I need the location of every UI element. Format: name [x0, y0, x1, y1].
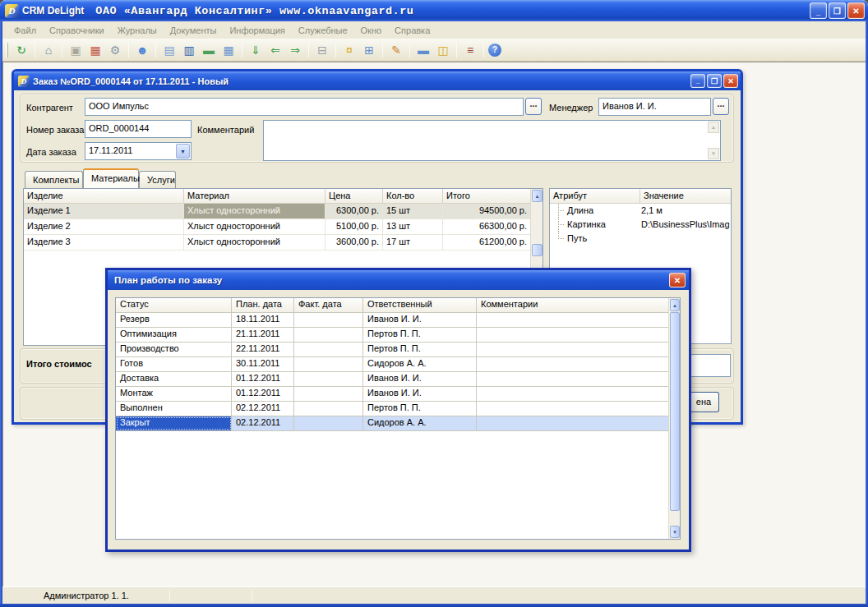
manager-field[interactable]: Иванов И. И.: [598, 98, 711, 116]
column-header[interactable]: Ответственный: [363, 298, 477, 312]
document-receive-icon[interactable]: ⇓: [247, 41, 265, 58]
payments-icon[interactable]: ▬: [200, 41, 218, 58]
cell-responsible: Пертов П. П.: [363, 343, 477, 356]
cell-responsible: Иванов И. И.: [363, 313, 477, 327]
table-row[interactable]: Доставка 01.12.2011 Иванов И. И.: [116, 372, 668, 387]
table-row[interactable]: Резерв 18.11.2011 Иванов И. И.: [116, 313, 668, 328]
scroll-thumb[interactable]: [532, 244, 542, 256]
copy-documents-icon[interactable]: ▤: [160, 41, 178, 58]
maximize-button[interactable]: ❒: [829, 2, 846, 19]
order-minimize-button[interactable]: _: [690, 74, 705, 88]
table-row[interactable]: Изделие 3 Хлыст односторонний 3600,00 р.…: [24, 235, 530, 251]
cell-fact-date: [294, 372, 363, 386]
menu-item-window[interactable]: Окно: [354, 24, 389, 37]
cell-comment: [477, 343, 668, 356]
column-header[interactable]: Атрибут: [550, 189, 640, 203]
plan-dialog: План работы по заказу ✕ Статус План. дат…: [105, 268, 691, 552]
help-icon[interactable]: ?: [488, 44, 501, 57]
cancel-button[interactable]: ена: [689, 392, 719, 412]
cell-status: Оптимизация: [116, 328, 232, 342]
comment-scroll-down-icon[interactable]: ▼: [708, 148, 719, 159]
refresh-icon[interactable]: ↻: [12, 41, 30, 58]
table-row[interactable]: Готов 30.11.2011 Сидоров А. А.: [116, 357, 668, 372]
comment-scroll-up-icon[interactable]: ▲: [708, 122, 719, 133]
table-row[interactable]: Изделие 1 Хлыст односторонний 6300,00 р.…: [24, 204, 530, 219]
column-header[interactable]: Материал: [184, 189, 326, 203]
column-header[interactable]: План. дата: [232, 298, 294, 312]
manager-label: Менеджер: [549, 103, 593, 113]
contractor-field[interactable]: ООО Импульс: [85, 98, 524, 116]
minimize-button[interactable]: _: [810, 2, 827, 19]
attribute-row[interactable]: Картинка D:\BusinessPlus\Imag: [550, 218, 731, 232]
table-row[interactable]: Изделие 2 Хлыст односторонний 5100,00 р.…: [24, 219, 530, 235]
plan-scrollbar[interactable]: ▲ ▼: [668, 298, 681, 539]
plan-dialog-title: План работы по заказу: [114, 275, 222, 285]
document-return-icon[interactable]: ⇐: [266, 41, 284, 58]
table-row-selected[interactable]: Закрыт 02.12.2011 Сидоров А. А.: [116, 416, 668, 431]
menu-item-information[interactable]: Информация: [223, 24, 291, 37]
column-header[interactable]: Кол-во: [383, 189, 443, 203]
toolbar-separator: [35, 42, 35, 57]
plan-dialog-close-button[interactable]: ✕: [669, 273, 686, 287]
cell-fact-date: [294, 402, 363, 416]
scroll-up-icon[interactable]: ▲: [670, 299, 680, 311]
cell: Хлыст односторонний: [184, 204, 326, 218]
scroll-down-icon[interactable]: ▼: [670, 526, 680, 538]
menu-item-file[interactable]: Файл: [7, 24, 43, 37]
coins-icon[interactable]: ¤: [340, 41, 358, 58]
print-icon[interactable]: ▬: [414, 41, 432, 58]
scroll-thumb[interactable]: [670, 312, 680, 511]
order-number-field[interactable]: ORD_0000144: [85, 120, 192, 138]
attribute-row[interactable]: Длина 2,1 м: [550, 204, 731, 218]
column-header[interactable]: Значение: [640, 189, 687, 203]
user-edit-icon[interactable]: ✎: [387, 41, 405, 58]
order-date-combo[interactable]: 17.11.2011 ▼: [85, 142, 192, 160]
manager-browse-button[interactable]: ...: [713, 98, 729, 115]
products-icon[interactable]: ▣: [67, 41, 85, 58]
contractor-label: Контрагент: [26, 103, 73, 113]
column-header[interactable]: Цена: [326, 189, 383, 203]
tab-uslugi[interactable]: Услуги: [139, 171, 176, 188]
order-window-icon: D: [18, 76, 30, 87]
menu-item-service[interactable]: Служебные: [292, 24, 354, 37]
table-row[interactable]: Оптимизация 21.11.2011 Пертов П. П.: [116, 328, 668, 343]
document-send-icon[interactable]: ⇒: [286, 41, 304, 58]
table-row[interactable]: Выполнен 02.12.2011 Пертов П. П.: [116, 402, 668, 416]
toolbar-separator: [483, 42, 484, 57]
menu-item-references[interactable]: Справочники: [43, 24, 111, 37]
cell-responsible: Сидоров А. А.: [363, 416, 477, 430]
column-header[interactable]: Комментарии: [477, 298, 668, 312]
column-header[interactable]: Статус: [116, 298, 232, 312]
attribute-row[interactable]: Путь: [550, 232, 731, 246]
table-row[interactable]: Производство 22.11.2011 Пертов П. П.: [116, 343, 668, 357]
tab-materialy[interactable]: Материалы: [83, 168, 139, 188]
close-button[interactable]: ✕: [847, 2, 865, 19]
clients-icon[interactable]: ☻: [133, 41, 151, 58]
registry-icon[interactable]: ▦: [219, 41, 238, 58]
column-header[interactable]: Итого: [443, 189, 530, 203]
tools-icon[interactable]: ⚙: [106, 41, 124, 58]
order-maximize-button[interactable]: ❒: [707, 74, 722, 88]
menu-item-documents[interactable]: Документы: [164, 24, 224, 37]
new-window-icon[interactable]: ⊞: [360, 41, 378, 58]
comment-field[interactable]: [263, 120, 721, 161]
task-list-icon[interactable]: ≡: [461, 41, 479, 58]
tab-komplekty[interactable]: Комплекты: [25, 171, 83, 188]
cell-comment: [477, 402, 668, 416]
order-close-button[interactable]: ✕: [723, 74, 738, 88]
scroll-up-icon[interactable]: ▲: [532, 190, 542, 202]
column-header[interactable]: Изделие: [24, 189, 184, 203]
components-icon[interactable]: ▦: [86, 41, 104, 58]
table-row[interactable]: Монтаж 01.12.2011 Иванов И. И.: [116, 387, 668, 402]
contractor-browse-button[interactable]: ...: [525, 98, 542, 115]
status-bar: Администратор 1. 1.: [2, 586, 866, 604]
menu-item-journals[interactable]: Журналы: [111, 24, 164, 37]
toolbar-separator: [335, 42, 336, 57]
dropdown-arrow-icon[interactable]: ▼: [176, 144, 190, 159]
menu-item-help[interactable]: Справка: [388, 24, 436, 37]
cart-icon[interactable]: ⊟: [313, 41, 331, 58]
organization-icon[interactable]: ⌂: [39, 41, 58, 58]
document-key-icon[interactable]: ◫: [434, 41, 452, 58]
journals-icon[interactable]: ▥: [180, 41, 198, 58]
column-header[interactable]: Факт. дата: [294, 298, 363, 312]
